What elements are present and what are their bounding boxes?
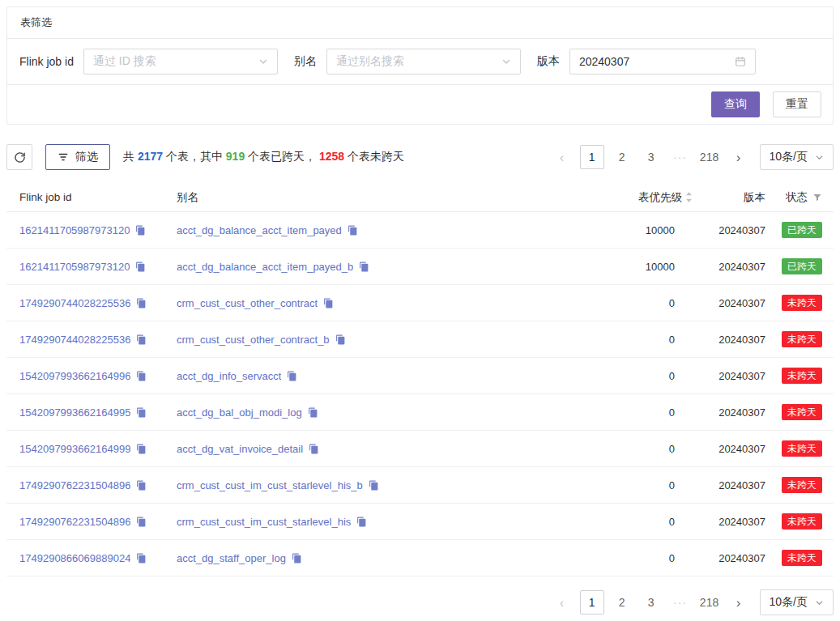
header-priority[interactable]: 表优先级 [568,190,697,205]
alias-link[interactable]: acct_dg_bal_obj_modi_log [177,406,302,419]
page-button-1[interactable]: 1 [580,145,604,169]
copy-icon[interactable] [323,298,334,308]
page-button-3[interactable]: 3 [640,590,663,615]
page-ellipsis[interactable]: ··· [669,151,692,164]
copy-icon[interactable] [335,334,346,345]
alias-link[interactable]: acct_dg_info_servacct [177,370,281,382]
header-priority-label: 表优先级 [638,190,682,205]
job-id-filter: Flink job id 通过 ID 搜索 [19,49,278,74]
table-row: 1542097993662164995 acct_dg_bal_obj_modi… [6,394,834,431]
prev-page-button[interactable]: ‹ [551,590,574,615]
version-date-input[interactable]: 20240307 [569,49,756,74]
alias-link[interactable]: crm_cust_cust_other_contract [177,297,318,309]
alias-link[interactable]: crm_cust_cust_other_contract_b [177,334,330,346]
alias-cell: acct_dg_info_servacct [164,370,568,382]
table-row: 1749290744028225536 crm_cust_cust_other_… [6,321,834,358]
copy-icon[interactable] [369,480,379,491]
job-id-link[interactable]: 1542097993662164999 [19,443,130,455]
page-button-2[interactable]: 2 [611,590,633,615]
copy-icon[interactable] [136,371,147,381]
job-id-cell: 1749290762231504896 [6,516,164,528]
alias-link[interactable]: acct_dg_staff_oper_log [177,552,286,564]
prev-page-button[interactable]: ‹ [551,145,574,169]
header-job-id: Flink job id [6,191,164,203]
copy-icon[interactable] [287,371,297,381]
page-ellipsis[interactable]: ··· [669,596,692,609]
copy-icon[interactable] [292,553,302,564]
next-page-button[interactable]: › [727,145,750,169]
alias-link[interactable]: crm_cust_cust_im_cust_starlevel_his_b [177,479,363,491]
top-pagination: ‹ 1 2 3 ··· 218 › 10条/页 [544,144,834,170]
copy-icon[interactable] [136,407,147,418]
alias-cell: acct_dg_vat_invoice_detail [164,443,568,455]
copy-icon[interactable] [136,517,147,527]
copy-icon[interactable] [136,480,147,491]
page-button-3[interactable]: 3 [640,145,663,169]
status-cell: 未跨天 [769,368,834,384]
alias-link[interactable]: acct_dg_vat_invoice_detail [177,443,303,455]
table-row: 1749290744028225536 crm_cust_cust_other_… [6,285,834,321]
copy-icon[interactable] [308,407,318,418]
priority-value: 0 [568,516,697,528]
pagination: ‹ 1 2 3 ··· 218 › 10条/页 [544,144,834,170]
alias-link[interactable]: acct_dg_balance_acct_item_payed [177,224,342,236]
version-value: 20240307 [697,406,769,419]
next-page-button[interactable]: › [727,590,750,615]
page-size-select[interactable]: 10条/页 [760,144,834,170]
copy-icon[interactable] [135,225,146,236]
copy-icon[interactable] [135,262,146,272]
query-button[interactable]: 查询 [711,91,760,117]
job-id-link[interactable]: 1749290744028225536 [19,297,130,309]
priority-value: 0 [568,443,697,455]
summary-segment: 个表，其中 [163,150,226,163]
page-size-select[interactable]: 10条/页 [760,589,834,615]
job-id-link[interactable]: 1749290762231504896 [19,479,130,491]
job-id-cell: 1749290762231504896 [6,479,164,491]
alias-link[interactable]: acct_dg_balance_acct_item_payed_b [177,261,353,273]
filter-button[interactable]: 筛选 [45,144,110,170]
copy-icon[interactable] [136,334,147,345]
refresh-button[interactable] [6,144,32,170]
page-button-1[interactable]: 1 [580,590,604,615]
job-id-link[interactable]: 1621411705987973120 [19,224,130,236]
copy-icon[interactable] [348,225,358,236]
alias-cell: crm_cust_cust_other_contract [164,297,568,309]
filter-funnel-icon[interactable] [812,193,822,202]
alias-label: 别名 [294,54,317,69]
copy-icon[interactable] [136,444,147,454]
alias-select[interactable]: 通过别名搜索 [326,49,521,74]
copy-icon[interactable] [359,262,369,272]
page-button-2[interactable]: 2 [611,145,633,169]
table-row: 1749290866069889024 acct_dg_staff_oper_l… [6,540,834,576]
reset-button[interactable]: 重置 [773,91,821,117]
job-id-select[interactable]: 通过 ID 搜索 [83,49,278,74]
job-id-link[interactable]: 1542097993662164995 [19,406,130,419]
pagination: ‹ 1 2 3 ··· 218 › 10条/页 [544,589,834,615]
job-id-cell: 1542097993662164999 [6,443,164,455]
header-alias: 别名 [164,190,568,205]
bottom-pagination: ‹ 1 2 3 ··· 218 › 10条/页 [544,589,834,615]
version-label: 版本 [537,54,560,69]
status-cell: 未跨天 [769,295,834,311]
header-status: 状态 [769,190,834,205]
job-id-link[interactable]: 1749290744028225536 [19,334,130,346]
status-cell: 未跨天 [769,550,834,566]
status-cell: 未跨天 [769,331,834,347]
copy-icon[interactable] [356,517,367,527]
copy-icon[interactable] [309,444,319,454]
sort-icon[interactable] [685,191,693,203]
job-id-link[interactable]: 1542097993662164996 [19,370,130,382]
summary-segment: 个表未跨天 [344,150,404,163]
job-id-link[interactable]: 1621411705987973120 [19,261,130,273]
table-body: 1621411705987973120 acct_dg_balance_acct… [6,212,834,576]
status-badge: 未跨天 [782,440,822,457]
copy-icon[interactable] [136,553,147,564]
job-id-link[interactable]: 1749290866069889024 [19,552,130,564]
table-row: 1542097993662164999 acct_dg_vat_invoice_… [6,431,834,467]
page-button-last[interactable]: 218 [698,145,721,169]
page-button-last[interactable]: 218 [698,590,721,615]
status-badge: 未跨天 [782,295,822,311]
job-id-link[interactable]: 1749290762231504896 [19,516,130,528]
copy-icon[interactable] [136,298,147,308]
alias-link[interactable]: crm_cust_cust_im_cust_starlevel_his [177,516,351,528]
